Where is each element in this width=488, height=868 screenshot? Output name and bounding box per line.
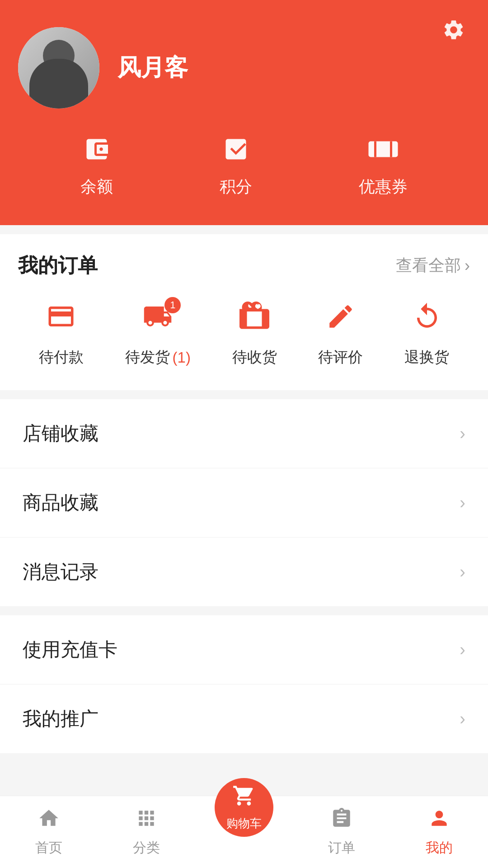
chevron-right-icon: › — [460, 640, 465, 660]
username: 风月客 — [117, 52, 188, 84]
category-icon — [135, 807, 158, 835]
order-pending-receive[interactable]: 待收货 — [232, 302, 277, 368]
points-icon — [222, 136, 249, 169]
tab-cart[interactable]: 购物车 — [195, 796, 293, 868]
mine-tab-label: 我的 — [426, 839, 453, 857]
coupons-action[interactable]: 优惠券 — [359, 136, 408, 198]
orders-tab-icon — [330, 807, 353, 835]
settings-icon[interactable] — [442, 18, 465, 47]
recharge-card-item[interactable]: 使用充值卡 › — [0, 615, 488, 684]
pending-payment-label: 待付款 — [39, 347, 84, 368]
svg-rect-2 — [390, 142, 392, 157]
svg-rect-1 — [374, 142, 376, 157]
svg-rect-0 — [369, 142, 398, 157]
product-favorites-label: 商品收藏 — [23, 490, 99, 515]
chevron-right-icon: › — [460, 709, 465, 729]
balance-action[interactable]: 余额 — [80, 136, 113, 198]
order-pending-payment[interactable]: 待付款 — [39, 302, 84, 368]
points-action[interactable]: 积分 — [220, 136, 252, 198]
favorites-section: 店铺收藏 › 商品收藏 › 消息记录 › — [0, 399, 488, 606]
pending-ship-label: 待发货 — [125, 347, 170, 368]
chevron-right-icon: › — [460, 562, 465, 582]
pending-review-label: 待评价 — [318, 347, 363, 368]
store-favorites-label: 店铺收藏 — [23, 421, 99, 446]
pending-payment-icon — [46, 302, 76, 338]
return-label: 退换货 — [404, 347, 449, 368]
tab-mine[interactable]: 我的 — [390, 796, 488, 868]
chevron-right-icon: › — [465, 256, 470, 275]
order-pending-ship[interactable]: 1 待发货 (1) — [125, 302, 191, 368]
tab-home[interactable]: 首页 — [0, 796, 98, 868]
message-history-item[interactable]: 消息记录 › — [0, 538, 488, 606]
pending-review-icon — [326, 302, 356, 338]
tools-section: 使用充值卡 › 我的推广 › — [0, 615, 488, 753]
avatar[interactable] — [18, 27, 99, 108]
my-promotion-label: 我的推广 — [23, 706, 99, 731]
tab-category[interactable]: 分类 — [98, 796, 195, 868]
cart-circle: 购物车 — [215, 778, 273, 837]
cart-tab-label: 购物车 — [226, 816, 262, 831]
orders-title: 我的订单 — [18, 252, 98, 279]
points-label: 积分 — [220, 176, 252, 198]
view-all-label: 查看全部 — [396, 255, 461, 277]
order-return[interactable]: 退换货 — [404, 302, 449, 368]
quick-actions-bar: 余额 积分 优惠券 — [18, 136, 470, 198]
profile-row: 风月客 — [18, 27, 470, 108]
orders-section: 我的订单 查看全部 › 待付款 1 待发货 ( — [0, 234, 488, 390]
category-tab-label: 分类 — [133, 839, 160, 857]
chevron-right-icon: › — [460, 424, 465, 443]
orders-tab-label: 订单 — [328, 839, 355, 857]
wallet-icon — [83, 136, 110, 169]
pending-ship-count: (1) — [173, 349, 191, 366]
cart-icon — [232, 784, 256, 813]
return-icon — [412, 302, 442, 338]
chevron-right-icon: › — [460, 493, 465, 513]
coupon-icon — [367, 136, 399, 169]
pending-ship-icon: 1 — [143, 302, 173, 338]
pending-receive-icon — [239, 302, 269, 338]
my-promotion-item[interactable]: 我的推广 › — [0, 684, 488, 753]
coupons-label: 优惠券 — [359, 176, 408, 198]
store-favorites-item[interactable]: 店铺收藏 › — [0, 399, 488, 468]
header-section: 风月客 余额 积分 — [0, 0, 488, 225]
mine-tab-icon — [428, 807, 450, 835]
recharge-card-label: 使用充值卡 — [23, 637, 117, 662]
orders-header: 我的订单 查看全部 › — [18, 252, 470, 279]
order-pending-review[interactable]: 待评价 — [318, 302, 363, 368]
tab-orders[interactable]: 订单 — [293, 796, 390, 868]
orders-items-row: 待付款 1 待发货 (1) 待收货 — [18, 297, 470, 372]
home-tab-label: 首页 — [35, 839, 62, 857]
tab-bar: 首页 分类 购物车 订单 — [0, 796, 488, 868]
view-all-orders[interactable]: 查看全部 › — [396, 255, 470, 277]
balance-label: 余额 — [80, 176, 113, 198]
message-history-label: 消息记录 — [23, 559, 99, 585]
pending-receive-label: 待收货 — [232, 347, 277, 368]
product-favorites-item[interactable]: 商品收藏 › — [0, 468, 488, 538]
home-icon — [38, 807, 60, 835]
pending-ship-badge: 1 — [164, 297, 181, 313]
